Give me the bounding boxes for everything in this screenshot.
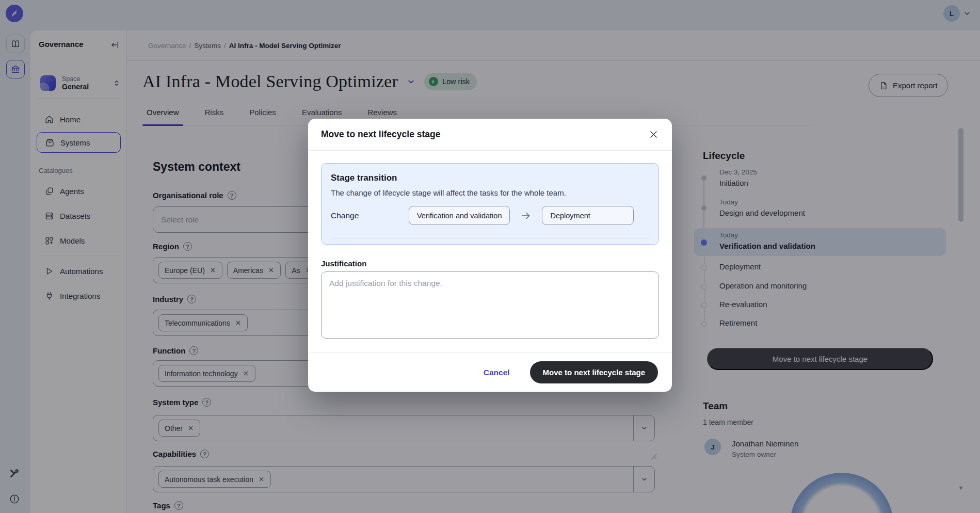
modal-title: Move to next lifecycle stage: [321, 129, 440, 140]
stage-transition-description: The change of lifecycle stage will affec…: [331, 188, 649, 197]
change-label: Change: [331, 211, 409, 220]
stage-from-pill: Verification and validation: [409, 206, 510, 225]
move-next-stage-submit-button[interactable]: Move to next lifecycle stage: [530, 361, 658, 383]
justification-label: Justification: [321, 259, 659, 268]
resize-grip-icon[interactable]: [651, 454, 657, 460]
infobox-divider: [331, 238, 649, 238]
stage-change-row: Change Verification and validation Deplo…: [331, 206, 649, 225]
stage-transition-heading: Stage transition: [331, 173, 649, 183]
arrow-right-icon: [510, 210, 542, 221]
justification-textarea[interactable]: [321, 271, 659, 339]
close-modal-button[interactable]: [646, 127, 661, 142]
stage-transition-box: Stage transition The change of lifecycle…: [321, 163, 659, 245]
app-root: L Governance Space General: [0, 0, 980, 513]
modal-header: Move to next lifecycle stage: [308, 119, 672, 151]
cancel-button[interactable]: Cancel: [484, 368, 510, 377]
modal-footer: Cancel Move to next lifecycle stage: [308, 352, 672, 392]
stage-to-pill: Deployment: [542, 206, 634, 225]
close-icon: [649, 130, 658, 139]
lifecycle-modal: Move to next lifecycle stage Stage trans…: [308, 119, 672, 392]
